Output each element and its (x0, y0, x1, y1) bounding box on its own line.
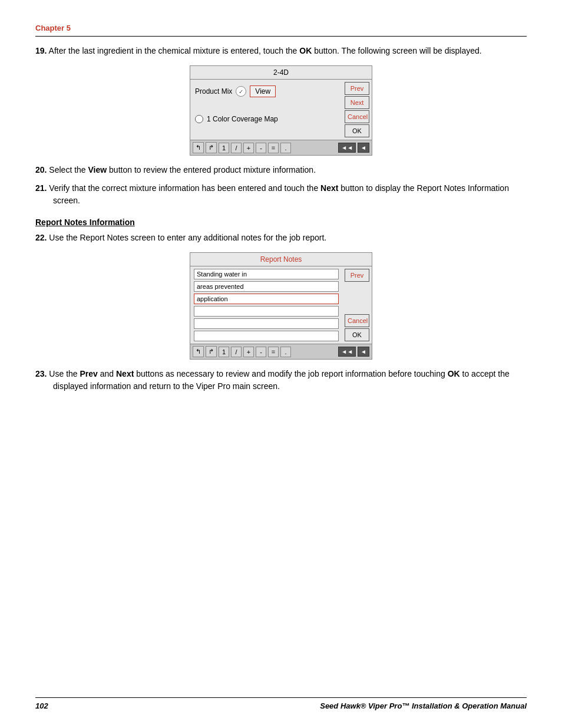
ui1-body: Product Mix ✓ View 1 Color Coverage Map … (190, 80, 372, 140)
color-coverage-row: 1 Color Coverage Map (195, 115, 338, 123)
step-21: 21. Verify that the correct mixture info… (35, 182, 527, 207)
next-button[interactable]: Next (345, 96, 369, 109)
footer-manual-title: Seed Hawk® Viper Pro™ Installation & Ope… (320, 701, 527, 710)
step-20-text2: button to review the entered product mix… (109, 165, 316, 174)
ui2-toolbar-minus-btn[interactable]: - (256, 347, 266, 357)
step-22-num: 22. (35, 233, 47, 242)
back-icon[interactable]: ◄ (358, 143, 369, 153)
step-22: 22. Use the Report Notes screen to enter… (35, 232, 527, 244)
ui2-sidebar: Prev Cancel OK (342, 266, 372, 344)
ui2-title: Report Notes (190, 253, 372, 266)
ui2-toolbar-fwd-icon[interactable]: ↱ (206, 346, 217, 357)
radio-button[interactable] (195, 115, 203, 123)
ui2-ok-button[interactable]: OK (345, 328, 369, 341)
ok-button[interactable]: OK (345, 124, 369, 137)
step-20: 20. Select the View button to review the… (35, 164, 527, 176)
view-button[interactable]: View (250, 85, 276, 97)
step-20-bold1: View (88, 165, 107, 174)
ui2-prev-button[interactable]: Prev (345, 269, 369, 282)
ui1-main: Product Mix ✓ View 1 Color Coverage Map (190, 80, 342, 140)
ui1-title: 2-4D (190, 66, 372, 80)
toolbar-slash-btn[interactable]: / (231, 143, 242, 153)
toolbar-equals-btn[interactable]: = (268, 143, 279, 153)
step-23-bold2: Next (116, 369, 134, 378)
step-23-bold1: Prev (80, 369, 98, 378)
ui2-toolbar-1-btn[interactable]: 1 (219, 347, 229, 357)
step-21-num: 21. (35, 183, 47, 193)
toolbar-plus-btn[interactable]: + (243, 143, 254, 153)
ui2-toolbar-equals-btn[interactable]: = (268, 347, 279, 357)
toolbar-fwd-icon[interactable]: ↱ (206, 142, 217, 153)
step-19-text1: After the last ingredient in the chemica… (49, 46, 300, 55)
top-divider (35, 36, 527, 37)
footer-page-number: 102 (35, 701, 48, 710)
step-23-text2: buttons as necessary to review and modif… (136, 369, 447, 378)
ui-screenshot-1: 2-4D Product Mix ✓ View 1 Color Coverage… (190, 65, 372, 156)
cancel-button[interactable]: Cancel (345, 110, 369, 123)
toolbar-dot-btn[interactable]: . (280, 143, 291, 153)
report-note-input-4[interactable] (194, 306, 339, 317)
ui2-toolbar-back-icon[interactable]: ↰ (193, 346, 204, 357)
step-19-text2: button. The following screen will be dis… (314, 46, 482, 55)
ui2-cancel-button[interactable]: Cancel (345, 314, 369, 327)
toolbar-minus-btn[interactable]: - (256, 143, 266, 153)
step-23: 23. Use the Prev and Next buttons as nec… (35, 368, 527, 393)
toolbar-back-icon[interactable]: ↰ (193, 142, 204, 153)
report-note-input-2[interactable] (194, 281, 339, 292)
step-21-bold1: Next (320, 183, 338, 193)
step-23-text1: Use the (49, 369, 80, 378)
chapter-title: Chapter 5 (35, 24, 527, 32)
step-23-bold3: OK (448, 369, 460, 378)
step-20-num: 20. (35, 165, 47, 174)
ui1-sidebar: Prev Next Cancel OK (342, 80, 372, 140)
step-23-and: and (100, 369, 116, 378)
rewind-icon[interactable]: ◄◄ (338, 143, 356, 153)
ui-screenshot-2: Report Notes Prev Cancel OK ↰ ↱ 1 / + (190, 252, 372, 360)
report-note-input-3[interactable] (194, 294, 339, 304)
ui2-toolbar-dot-btn[interactable]: . (280, 347, 291, 357)
step-21-text1: Verify that the correct mixture informat… (49, 183, 320, 193)
step-19-bold1: OK (299, 46, 312, 55)
step-20-text1: Select the (49, 165, 88, 174)
step-22-text: Use the Report Notes screen to enter any… (49, 233, 326, 242)
ui2-rewind-icon[interactable]: ◄◄ (338, 347, 356, 357)
ui2-main (190, 266, 342, 344)
prev-button[interactable]: Prev (345, 82, 369, 95)
step-19: 19. After the last ingredient in the che… (35, 45, 527, 57)
ui2-back-icon[interactable]: ◄ (358, 347, 369, 357)
ui2-toolbar: ↰ ↱ 1 / + - = . ◄◄ ◄ (190, 344, 372, 359)
section-heading: Report Notes Information (35, 218, 527, 227)
report-note-input-1[interactable] (194, 269, 339, 279)
page: Chapter 5 19. After the last ingredient … (0, 0, 562, 434)
checkmark-icon: ✓ (236, 86, 246, 97)
step-23-num: 23. (35, 369, 47, 378)
page-footer: 102 Seed Hawk® Viper Pro™ Installation &… (35, 697, 527, 710)
ui2-toolbar-slash-btn[interactable]: / (231, 347, 242, 357)
report-note-input-6[interactable] (194, 331, 339, 341)
step-19-num: 19. (35, 46, 47, 55)
ui2-toolbar-plus-btn[interactable]: + (243, 347, 254, 357)
ui1-toolbar: ↰ ↱ 1 / + - = . ◄◄ ◄ (190, 140, 372, 155)
ui2-body: Prev Cancel OK (190, 266, 372, 344)
toolbar-1-btn[interactable]: 1 (219, 143, 229, 153)
color-coverage-label: 1 Color Coverage Map (207, 115, 278, 123)
report-note-input-5[interactable] (194, 318, 339, 329)
product-mix-row: Product Mix ✓ View (195, 85, 338, 97)
product-mix-label: Product Mix (195, 87, 232, 95)
